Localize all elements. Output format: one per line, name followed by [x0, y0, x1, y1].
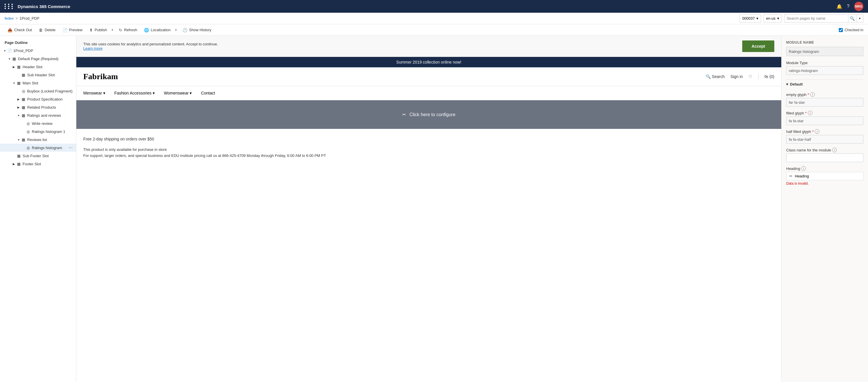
expander-icon: ▾	[2, 48, 7, 53]
container-icon: ▦	[21, 72, 26, 77]
container-icon: ▦	[11, 56, 17, 61]
shipping-text: Free 2-day shipping on orders over $50	[83, 136, 774, 142]
container-icon: ▦	[21, 113, 26, 118]
empty-glyph-info-icon[interactable]: i	[810, 92, 815, 97]
container-icon: ▦	[16, 80, 21, 86]
store-id-dropdown[interactable]: 000037 ▾	[740, 14, 761, 23]
half-filled-glyph-field: half filled glyph * i fa fa-star-half	[786, 129, 863, 144]
module-icon: ◎	[26, 121, 31, 126]
expander-icon	[16, 89, 21, 93]
module-name-input	[786, 47, 863, 56]
tree-item-buybox[interactable]: ◎ Buybox (Locked Fragment)	[0, 87, 76, 95]
expander-icon: ▶	[11, 64, 16, 69]
checked-in-checkbox[interactable]	[839, 28, 843, 32]
container-icon: ▦	[21, 137, 26, 142]
configure-area[interactable]: ✂ Click here to configure	[76, 100, 781, 129]
page-preview: This site uses cookies for analytics and…	[76, 36, 781, 382]
tree-item-sub-header-slot[interactable]: ▦ Sub Header Slot	[0, 71, 76, 79]
localization-icon: 🌐	[144, 28, 149, 32]
class-name-field: Class name for the module i	[786, 148, 863, 162]
tree-item-related-products[interactable]: ▶ ▦ Related Products	[0, 103, 76, 111]
module-name-field	[786, 47, 863, 56]
tree-item-footer-slot[interactable]: ▶ ▦ Footer Slot	[0, 160, 76, 168]
checkout-button[interactable]: 📤 Check Out	[5, 26, 35, 34]
search-nav-item[interactable]: 🔍 Search	[706, 74, 724, 79]
tree-item-1prod-pdp[interactable]: ▾ 📄 1Prod_PDP	[0, 46, 76, 55]
tree-item-write-review[interactable]: ◎ Write review	[0, 119, 76, 127]
container-icon: ▦	[16, 161, 21, 166]
tree-item-header-slot[interactable]: ▶ ▦ Header Slot	[0, 63, 76, 71]
chevron-down-icon: ▾	[777, 16, 779, 21]
heading-info-icon[interactable]: i	[801, 166, 806, 171]
delete-button[interactable]: 🗑 Delete	[36, 26, 58, 34]
filled-glyph-info-icon[interactable]: i	[808, 111, 812, 115]
expander-icon: ▾	[16, 137, 21, 142]
help-icon[interactable]: ?	[847, 4, 849, 9]
tree-item-sub-footer-slot[interactable]: ▦ Sub Footer Slot	[0, 152, 76, 160]
localization-button[interactable]: 🌐 Localization	[141, 26, 174, 34]
page-search-box: 🔍 ▾	[784, 14, 863, 23]
toolbar-right: Checked in	[839, 28, 863, 32]
menu-item-fashion-accessories[interactable]: Fashion Accessories ▾	[115, 89, 155, 97]
container-icon: ▦	[21, 105, 26, 110]
fragment-icon: ◎	[21, 88, 26, 94]
default-section-header[interactable]: ▾ Default	[786, 79, 863, 89]
sign-in-nav-item[interactable]: Sign in	[731, 74, 743, 79]
chevron-down-icon: ▾	[756, 16, 758, 21]
more-options-button[interactable]: ···	[68, 145, 74, 150]
tree-item-main-slot[interactable]: ▾ ▦ Main Slot	[0, 79, 76, 87]
search-dropdown-btn[interactable]: ▾	[856, 14, 863, 23]
info-section: Free 2-day shipping on orders over $50 T…	[76, 129, 781, 166]
accept-button[interactable]: Accept	[742, 40, 774, 52]
module-type-label: Module Type	[786, 61, 863, 65]
wishlist-icon[interactable]: ♡	[749, 74, 752, 79]
publish-icon: ⬆	[89, 28, 93, 32]
menu-item-contact[interactable]: Contact	[201, 89, 215, 97]
expander-icon: ▶	[16, 97, 21, 101]
page-search-input[interactable]	[784, 15, 848, 22]
product-info-text: This product is only available for purch…	[83, 147, 774, 159]
breadcrumb-link[interactable]: fedev	[5, 16, 14, 21]
half-filled-glyph-info-icon[interactable]: i	[815, 129, 819, 134]
empty-glyph-field: empty glyph * i far fa-star	[786, 92, 863, 107]
heading-edit-row[interactable]: ✏ Heading	[786, 172, 863, 180]
expander-icon: ▾	[7, 56, 11, 61]
container-icon: ▦	[21, 97, 26, 102]
language-dropdown[interactable]: en-us ▾	[763, 14, 782, 23]
publish-dropdown-btn[interactable]: ▾	[110, 26, 115, 34]
tree-item-ratings-histogram-1[interactable]: ◎ Ratings histogram 1	[0, 127, 76, 135]
search-icon-btn[interactable]: 🔍	[848, 14, 856, 23]
menu-item-womenswear[interactable]: Womenswear ▾	[164, 89, 192, 97]
app-grid-icon[interactable]	[5, 4, 14, 9]
learn-more-link[interactable]: Learn more	[83, 46, 102, 51]
tree-item-default-page[interactable]: ▾ ▦ Default Page (Required)	[0, 55, 76, 63]
refresh-button[interactable]: ↻ Refresh	[116, 26, 140, 34]
store-header: Fabrikam 🔍 Search Sign in ♡ 🛍 (0)	[76, 67, 781, 86]
notification-icon[interactable]: 🔔	[836, 4, 842, 9]
top-nav-icons: 🔔 ? MRG	[836, 2, 863, 11]
heading-field: Heading i ✏ Heading Data is invalid.	[786, 166, 863, 186]
user-avatar[interactable]: MRG	[854, 2, 863, 11]
cart-nav-item[interactable]: 🛍 (0)	[764, 74, 774, 79]
nav-divider	[758, 74, 758, 79]
publish-button[interactable]: ⬆ Publish	[87, 26, 110, 34]
preview-button[interactable]: 📄 Preview	[60, 26, 85, 34]
cookie-banner: This site uses cookies for analytics and…	[76, 36, 781, 57]
required-star: *	[812, 129, 814, 134]
publish-group: ⬆ Publish ▾	[87, 26, 115, 34]
cookie-text: This site uses cookies for analytics and…	[83, 42, 218, 51]
tree-item-product-spec[interactable]: ▶ ▦ Product Specification	[0, 95, 76, 103]
expander-icon	[21, 129, 26, 134]
filled-glyph-value: fa fa-star	[786, 117, 863, 125]
tree-item-ratings-histogram[interactable]: ◎ Ratings histogram ···	[0, 144, 76, 152]
tree-item-reviews-list[interactable]: ▾ ▦ Reviews list	[0, 135, 76, 144]
store-menu: Menswear ▾ Fashion Accessories ▾ Womensw…	[76, 86, 781, 100]
menu-item-menswear[interactable]: Menswear ▾	[83, 89, 105, 97]
show-history-button[interactable]: 🕐 Show History	[180, 26, 214, 34]
second-bar: fedev > 1Prod_PDP 000037 ▾ en-us ▾ 🔍 ▾	[0, 13, 868, 24]
module-name-section-title: MODULE NAME	[786, 40, 863, 44]
chevron-down-icon: ▾	[103, 91, 105, 95]
tree-item-ratings-reviews[interactable]: ▾ ▦ Ratings and reviews	[0, 111, 76, 119]
class-name-info-icon[interactable]: i	[832, 148, 837, 152]
localization-dropdown-btn[interactable]: ▾	[174, 26, 178, 34]
